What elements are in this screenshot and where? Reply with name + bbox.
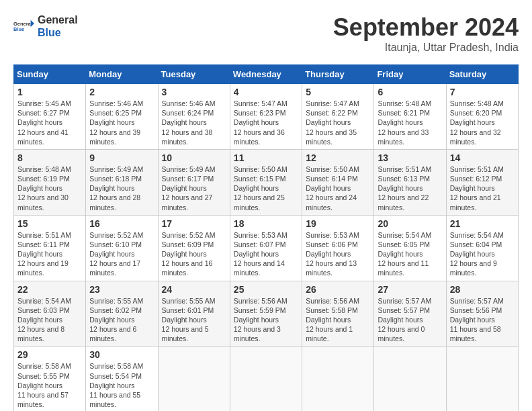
day-info: Sunrise: 5:48 AM Sunset: 6:21 PM Dayligh…	[378, 99, 442, 146]
day-info: Sunrise: 5:49 AM Sunset: 6:17 PM Dayligh…	[162, 165, 226, 212]
table-row: 3 Sunrise: 5:46 AM Sunset: 6:24 PM Dayli…	[158, 84, 230, 150]
day-number: 18	[234, 218, 298, 229]
logo-general: General	[38, 13, 78, 26]
table-row: 2 Sunrise: 5:46 AM Sunset: 6:25 PM Dayli…	[86, 84, 158, 150]
day-info: Sunrise: 5:54 AM Sunset: 6:03 PM Dayligh…	[17, 296, 82, 344]
day-info: Sunrise: 5:45 AM Sunset: 6:27 PM Dayligh…	[17, 99, 82, 146]
col-friday: Friday	[374, 65, 446, 84]
calendar-row: 22 Sunrise: 5:54 AM Sunset: 6:03 PM Dayl…	[14, 281, 519, 347]
col-thursday: Thursday	[302, 65, 374, 84]
day-number: 27	[378, 284, 442, 295]
table-row: 12 Sunrise: 5:50 AM Sunset: 6:14 PM Dayl…	[302, 149, 374, 215]
table-row: 21 Sunrise: 5:54 AM Sunset: 6:04 PM Dayl…	[446, 215, 518, 281]
logo-blue: Blue	[38, 26, 78, 39]
day-number: 10	[162, 152, 226, 163]
page-header: General Blue General Blue September 2024…	[13, 13, 519, 54]
day-number: 21	[450, 218, 515, 229]
day-info: Sunrise: 5:48 AM Sunset: 6:19 PM Dayligh…	[17, 165, 82, 212]
table-row: 10 Sunrise: 5:49 AM Sunset: 6:17 PM Dayl…	[158, 149, 230, 215]
table-row: 28 Sunrise: 5:57 AM Sunset: 5:56 PM Dayl…	[446, 281, 518, 347]
day-number: 1	[17, 87, 82, 97]
table-row	[374, 347, 446, 411]
logo: General Blue General Blue	[13, 13, 78, 39]
table-row: 11 Sunrise: 5:50 AM Sunset: 6:15 PM Dayl…	[230, 149, 302, 215]
day-number: 24	[162, 284, 226, 295]
day-number: 15	[17, 218, 82, 229]
day-info: Sunrise: 5:57 AM Sunset: 5:56 PM Dayligh…	[450, 296, 515, 344]
calendar-row: 15 Sunrise: 5:51 AM Sunset: 6:11 PM Dayl…	[14, 215, 519, 281]
table-row: 15 Sunrise: 5:51 AM Sunset: 6:11 PM Dayl…	[14, 215, 86, 281]
day-info: Sunrise: 5:55 AM Sunset: 6:01 PM Dayligh…	[162, 296, 226, 344]
col-tuesday: Tuesday	[158, 65, 230, 84]
day-number: 26	[306, 284, 370, 295]
day-number: 3	[162, 87, 226, 97]
day-info: Sunrise: 5:48 AM Sunset: 6:20 PM Dayligh…	[450, 99, 515, 146]
day-info: Sunrise: 5:52 AM Sunset: 6:09 PM Dayligh…	[162, 230, 226, 278]
logo-icon: General Blue	[13, 15, 35, 37]
table-row	[230, 347, 302, 411]
svg-text:Blue: Blue	[13, 26, 24, 32]
day-number: 12	[306, 152, 370, 163]
table-row: 19 Sunrise: 5:53 AM Sunset: 6:06 PM Dayl…	[302, 215, 374, 281]
day-number: 17	[162, 218, 226, 229]
day-info: Sunrise: 5:56 AM Sunset: 5:59 PM Dayligh…	[234, 296, 298, 344]
day-number: 7	[450, 87, 515, 97]
table-row: 20 Sunrise: 5:54 AM Sunset: 6:05 PM Dayl…	[374, 215, 446, 281]
day-info: Sunrise: 5:54 AM Sunset: 6:04 PM Dayligh…	[450, 230, 515, 278]
day-number: 16	[89, 218, 154, 229]
day-number: 30	[89, 349, 154, 360]
day-number: 9	[89, 152, 154, 163]
day-info: Sunrise: 5:47 AM Sunset: 6:22 PM Dayligh…	[306, 99, 370, 146]
location-title: Itaunja, Uttar Pradesh, India	[333, 42, 519, 54]
title-block: September 2024 Itaunja, Uttar Pradesh, I…	[333, 13, 519, 54]
table-row: 22 Sunrise: 5:54 AM Sunset: 6:03 PM Dayl…	[14, 281, 86, 347]
table-row: 7 Sunrise: 5:48 AM Sunset: 6:20 PM Dayli…	[446, 84, 518, 150]
day-number: 25	[234, 284, 298, 295]
day-info: Sunrise: 5:53 AM Sunset: 6:06 PM Dayligh…	[306, 230, 370, 278]
day-info: Sunrise: 5:51 AM Sunset: 6:11 PM Dayligh…	[17, 230, 82, 278]
day-info: Sunrise: 5:50 AM Sunset: 6:14 PM Dayligh…	[306, 165, 370, 212]
day-info: Sunrise: 5:49 AM Sunset: 6:18 PM Dayligh…	[89, 165, 154, 212]
month-title: September 2024	[333, 13, 519, 42]
table-row: 8 Sunrise: 5:48 AM Sunset: 6:19 PM Dayli…	[14, 149, 86, 215]
col-sunday: Sunday	[14, 65, 86, 84]
table-row: 9 Sunrise: 5:49 AM Sunset: 6:18 PM Dayli…	[86, 149, 158, 215]
table-row: 24 Sunrise: 5:55 AM Sunset: 6:01 PM Dayl…	[158, 281, 230, 347]
table-row: 14 Sunrise: 5:51 AM Sunset: 6:12 PM Dayl…	[446, 149, 518, 215]
day-number: 19	[306, 218, 370, 229]
day-number: 6	[378, 87, 442, 97]
day-number: 22	[17, 284, 82, 295]
day-info: Sunrise: 5:58 AM Sunset: 5:55 PM Dayligh…	[17, 361, 82, 409]
table-row: 30 Sunrise: 5:58 AM Sunset: 5:54 PM Dayl…	[86, 347, 158, 411]
day-info: Sunrise: 5:46 AM Sunset: 6:24 PM Dayligh…	[162, 99, 226, 146]
day-info: Sunrise: 5:47 AM Sunset: 6:23 PM Dayligh…	[234, 99, 298, 146]
table-row: 13 Sunrise: 5:51 AM Sunset: 6:13 PM Dayl…	[374, 149, 446, 215]
table-row: 16 Sunrise: 5:52 AM Sunset: 6:10 PM Dayl…	[86, 215, 158, 281]
day-number: 14	[450, 152, 515, 163]
table-row: 26 Sunrise: 5:56 AM Sunset: 5:58 PM Dayl…	[302, 281, 374, 347]
svg-marker-2	[31, 20, 34, 28]
day-number: 23	[89, 284, 154, 295]
table-row	[302, 347, 374, 411]
day-info: Sunrise: 5:52 AM Sunset: 6:10 PM Dayligh…	[89, 230, 154, 278]
day-info: Sunrise: 5:58 AM Sunset: 5:54 PM Dayligh…	[89, 361, 154, 409]
day-number: 2	[89, 87, 154, 97]
calendar-row: 1 Sunrise: 5:45 AM Sunset: 6:27 PM Dayli…	[14, 84, 519, 150]
day-number: 8	[17, 152, 82, 163]
day-number: 29	[17, 349, 82, 360]
col-wednesday: Wednesday	[230, 65, 302, 84]
table-row: 1 Sunrise: 5:45 AM Sunset: 6:27 PM Dayli…	[14, 84, 86, 150]
col-saturday: Saturday	[446, 65, 518, 84]
table-row: 27 Sunrise: 5:57 AM Sunset: 5:57 PM Dayl…	[374, 281, 446, 347]
day-number: 4	[234, 87, 298, 97]
day-info: Sunrise: 5:55 AM Sunset: 6:02 PM Dayligh…	[89, 296, 154, 344]
day-info: Sunrise: 5:53 AM Sunset: 6:07 PM Dayligh…	[234, 230, 298, 278]
day-info: Sunrise: 5:57 AM Sunset: 5:57 PM Dayligh…	[378, 296, 442, 344]
calendar-row: 29 Sunrise: 5:58 AM Sunset: 5:55 PM Dayl…	[14, 347, 519, 411]
day-number: 28	[450, 284, 515, 295]
day-number: 20	[378, 218, 442, 229]
col-monday: Monday	[86, 65, 158, 84]
table-row: 23 Sunrise: 5:55 AM Sunset: 6:02 PM Dayl…	[86, 281, 158, 347]
calendar-header-row: Sunday Monday Tuesday Wednesday Thursday…	[14, 65, 519, 84]
calendar-table: Sunday Monday Tuesday Wednesday Thursday…	[13, 64, 519, 411]
